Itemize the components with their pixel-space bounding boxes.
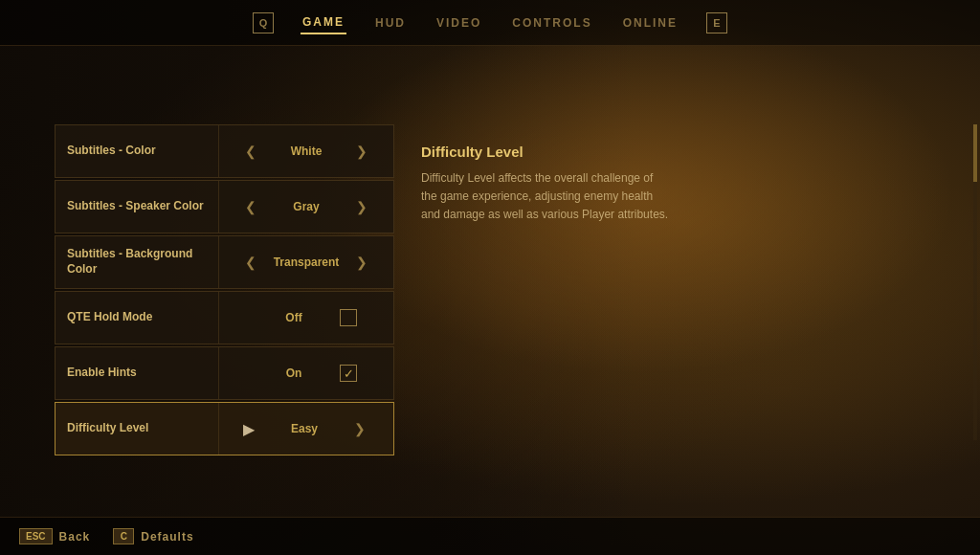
tab-online[interactable]: ONLINE [621,12,679,33]
subtitles-bg-prev[interactable]: ❮ [241,251,260,274]
setting-subtitles-color: Subtitles - Color ❮ White ❯ [55,124,394,178]
qte-hold-mode-checkbox[interactable] [340,309,357,326]
enable-hints-checkbox[interactable]: ✓ [340,365,357,382]
tab-controls[interactable]: CONTROLS [510,12,593,33]
back-button[interactable]: ESC Back [19,528,90,544]
info-panel: Difficulty Level Difficulty Level affect… [421,144,670,225]
subtitles-color-label: Subtitles - Color [56,136,218,166]
nav-q-icon[interactable]: Q [253,12,274,33]
difficulty-level-value: Easy [266,422,343,435]
difficulty-level-control: ▶ Easy ❯ [218,403,393,455]
defaults-key: C [113,528,134,544]
enable-hints-value: On [256,366,332,380]
scrollbar[interactable] [973,124,977,440]
subtitles-bg-control: ❮ Transparent ❯ [218,236,393,288]
subtitles-color-next[interactable]: ❯ [352,140,371,163]
subtitles-speaker-control: ❮ Gray ❯ [218,181,393,233]
bottom-bar: ESC Back C Defaults [0,517,980,555]
tab-game[interactable]: GAME [301,11,346,34]
difficulty-level-next[interactable]: ❯ [350,417,369,440]
info-title: Difficulty Level [421,144,670,160]
setting-qte-hold-mode: QTE Hold Mode Off [55,291,394,344]
subtitles-speaker-prev[interactable]: ❮ [241,195,260,218]
enable-hints-label: Enable Hints [56,358,218,388]
cursor-icon: ▶ [243,420,255,438]
enable-hints-control: On ✓ [218,347,393,399]
subtitles-color-value: White [268,144,345,158]
qte-hold-mode-control: Off [218,292,393,344]
back-label: Back [59,530,91,544]
defaults-label: Defaults [141,530,193,544]
tab-video[interactable]: VIDEO [434,12,483,33]
top-nav: QGAMEHUDVIDEOCONTROLSONLINEE [0,0,980,46]
subtitles-speaker-value: Gray [268,200,345,213]
tab-hud[interactable]: HUD [373,12,408,33]
nav-e-icon[interactable]: E [706,12,727,33]
qte-hold-mode-label: QTE Hold Mode [56,302,218,333]
settings-panel: Subtitles - Color ❮ White ❯ Subtitles - … [55,124,394,457]
scroll-thumb [973,124,977,182]
defaults-button[interactable]: C Defaults [113,528,193,544]
subtitles-bg-value: Transparent [268,255,345,269]
difficulty-level-label: Difficulty Level [56,413,218,444]
setting-difficulty-level[interactable]: Difficulty Level ▶ Easy ❯ [55,402,394,455]
subtitles-color-prev[interactable]: ❮ [241,140,260,163]
qte-hold-mode-value: Off [256,311,332,324]
setting-subtitles-speaker-color: Subtitles - Speaker Color ❮ Gray ❯ [55,180,394,233]
subtitles-bg-next[interactable]: ❯ [352,251,371,274]
setting-enable-hints: Enable Hints On ✓ [55,346,394,400]
setting-subtitles-bg-color: Subtitles - Background Color ❮ Transpare… [55,235,394,289]
back-key: ESC [19,528,53,544]
subtitles-speaker-label: Subtitles - Speaker Color [56,191,218,222]
subtitles-color-control: ❮ White ❯ [218,125,393,177]
subtitles-speaker-next[interactable]: ❯ [352,195,371,218]
info-description: Difficulty Level affects the overall cha… [421,169,670,225]
subtitles-bg-label: Subtitles - Background Color [56,239,218,284]
